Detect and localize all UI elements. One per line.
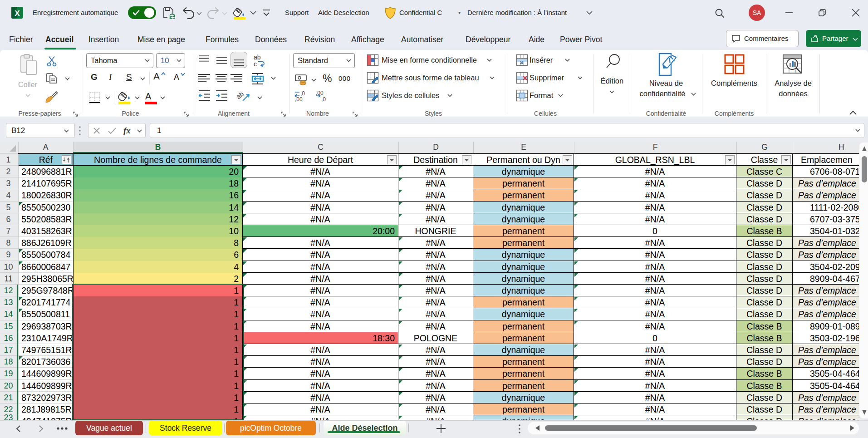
svg-text:c: c xyxy=(254,60,257,68)
svg-text:,00: ,00 xyxy=(295,96,303,102)
svg-text:,00: ,00 xyxy=(316,91,324,96)
svg-text:X: X xyxy=(15,9,20,18)
svg-text:,0: ,0 xyxy=(300,91,305,97)
svg-text:ab: ab xyxy=(254,54,261,61)
svg-text:,0: ,0 xyxy=(321,96,326,102)
svg-text:ab: ab xyxy=(237,90,245,101)
